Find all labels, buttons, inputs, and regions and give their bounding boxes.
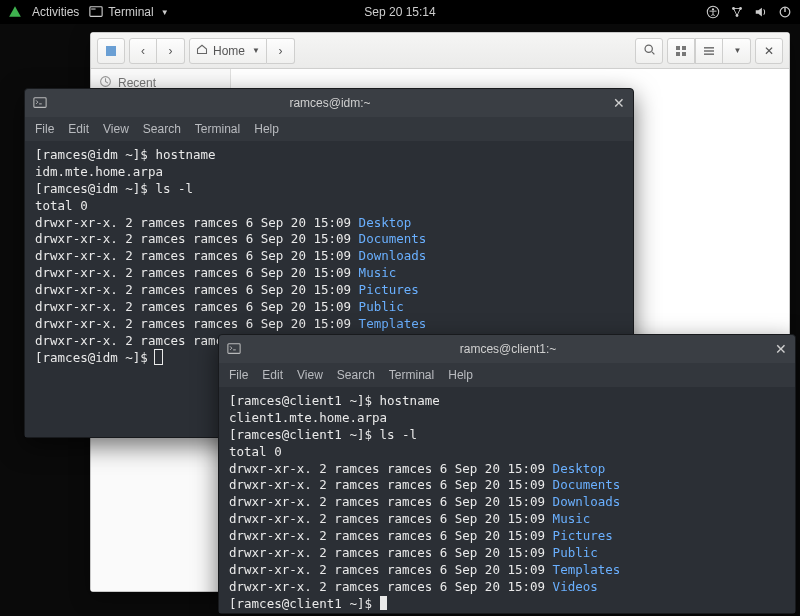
terminal-window-client1: ramces@client1:~ ✕ FileEditViewSearchTer… (218, 334, 796, 614)
menu-search[interactable]: Search (143, 122, 181, 136)
activities-button[interactable]: Activities (32, 5, 79, 19)
menu-file[interactable]: File (35, 122, 54, 136)
new-tab-button[interactable] (97, 38, 125, 64)
menu-terminal[interactable]: Terminal (389, 368, 434, 382)
svg-rect-13 (676, 46, 680, 50)
svg-rect-14 (682, 46, 686, 50)
svg-rect-1 (90, 7, 102, 17)
active-app-indicator[interactable]: Terminal ▼ (89, 5, 168, 19)
terminal-menubar: FileEditViewSearchTerminalHelp (25, 117, 633, 141)
window-title: ramces@idm:~ (47, 96, 613, 110)
menu-help[interactable]: Help (448, 368, 473, 382)
path-next-button[interactable]: › (267, 38, 295, 64)
svg-rect-2 (92, 9, 96, 10)
accessibility-icon[interactable] (706, 5, 720, 19)
svg-rect-23 (228, 344, 240, 354)
terminal-output[interactable]: [ramces@client1 ~]$ hostname client1.mte… (219, 387, 795, 613)
files-toolbar: ‹ › Home ▼ › ▼ (91, 33, 789, 69)
clock[interactable]: Sep 20 15:14 (364, 5, 435, 19)
terminal-icon (227, 342, 241, 356)
terminal-menubar: FileEditViewSearchTerminalHelp (219, 363, 795, 387)
close-button[interactable]: ✕ (613, 95, 625, 111)
svg-rect-16 (682, 52, 686, 56)
top-panel: Activities Terminal ▼ Sep 20 15:14 (0, 0, 800, 24)
menu-search[interactable]: Search (337, 368, 375, 382)
svg-rect-22 (34, 98, 46, 108)
view-options-button[interactable]: ▼ (723, 38, 751, 64)
view-list-button[interactable] (695, 38, 723, 64)
activities-icon[interactable] (8, 5, 22, 19)
chevron-down-icon: ▼ (161, 8, 169, 17)
svg-rect-17 (704, 47, 714, 49)
chevron-down-icon: ▼ (252, 46, 260, 55)
svg-rect-15 (676, 52, 680, 56)
terminal-titlebar[interactable]: ramces@client1:~ ✕ (219, 335, 795, 363)
terminal-icon (33, 96, 47, 110)
menu-help[interactable]: Help (254, 122, 279, 136)
svg-rect-10 (106, 46, 116, 56)
view-grid-button[interactable] (667, 38, 695, 64)
search-icon (643, 43, 656, 59)
menu-edit[interactable]: Edit (68, 122, 89, 136)
svg-point-4 (712, 8, 714, 10)
search-button[interactable] (635, 38, 663, 64)
svg-rect-18 (704, 50, 714, 52)
home-icon (196, 43, 208, 58)
menu-file[interactable]: File (229, 368, 248, 382)
terminal-titlebar[interactable]: ramces@idm:~ ✕ (25, 89, 633, 117)
menu-view[interactable]: View (103, 122, 129, 136)
svg-rect-19 (704, 53, 714, 55)
menu-view[interactable]: View (297, 368, 323, 382)
window-close-button[interactable]: ✕ (755, 38, 783, 64)
path-home-label: Home (213, 44, 245, 58)
forward-button[interactable]: › (157, 38, 185, 64)
volume-icon[interactable] (754, 5, 768, 19)
path-home-button[interactable]: Home ▼ (189, 38, 267, 64)
svg-line-12 (651, 51, 653, 53)
power-icon[interactable] (778, 5, 792, 19)
svg-marker-0 (9, 6, 21, 17)
back-button[interactable]: ‹ (129, 38, 157, 64)
menu-terminal[interactable]: Terminal (195, 122, 240, 136)
close-button[interactable]: ✕ (775, 341, 787, 357)
svg-point-11 (645, 45, 652, 52)
window-title: ramces@client1:~ (241, 342, 775, 356)
network-icon[interactable] (730, 5, 744, 19)
menu-edit[interactable]: Edit (262, 368, 283, 382)
